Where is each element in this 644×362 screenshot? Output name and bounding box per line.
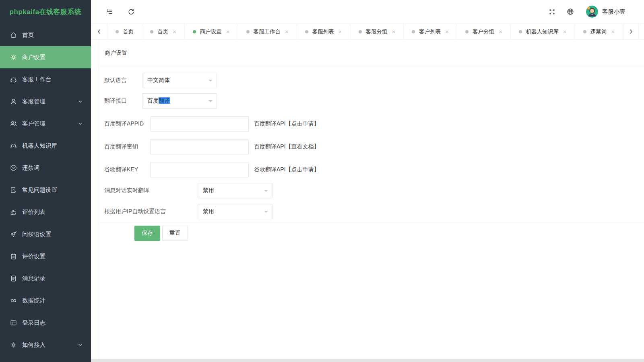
根据用户IP自动设置语言-select[interactable]: 禁用	[198, 204, 272, 219]
sidebar-collapse-icon[interactable]	[106, 8, 113, 15]
tab-close-icon[interactable]: ×	[611, 29, 615, 35]
tab-违禁词[interactable]: 违禁词×	[575, 24, 623, 39]
sidebar-item-label: 机器人知识库	[22, 142, 84, 150]
百度翻译密钥-input[interactable]	[150, 139, 249, 154]
tab-label: 机器人知识库	[526, 28, 559, 35]
sidebar: phpkaifa在线客服系统 首页商户设置客服工作台客服管理客户管理机器人知识库…	[0, 0, 91, 362]
tab-close-icon[interactable]: ×	[285, 29, 289, 35]
chevron-down-icon	[78, 121, 83, 126]
消息对话实时翻译-select[interactable]: 禁用	[198, 183, 272, 198]
tab-close-icon[interactable]: ×	[392, 29, 396, 35]
tab-status-dot	[305, 30, 308, 33]
page-title: 商户设置	[99, 40, 644, 65]
tab-首页[interactable]: 首页×	[142, 24, 185, 39]
fullscreen-icon[interactable]	[549, 8, 555, 15]
sidebar-item-违禁词[interactable]: 违禁词	[0, 157, 91, 179]
form-row: 消息对话实时翻译禁用	[104, 183, 644, 198]
svg-text:?: ?	[12, 188, 14, 191]
tab-客服列表[interactable]: 客服列表×	[297, 24, 351, 39]
tab-close-icon[interactable]: ×	[173, 29, 176, 35]
select-value: 百度翻译	[147, 97, 170, 105]
tabs-scroll-left-button[interactable]	[91, 24, 107, 39]
selected-text: 翻译	[159, 97, 170, 104]
caret-down-icon	[208, 100, 213, 104]
tab-status-dot	[412, 30, 415, 33]
api-link[interactable]: 谷歌翻译API【点击申请】	[254, 166, 320, 173]
sidebar-item-客户管理[interactable]: 客户管理	[0, 113, 91, 135]
tab-客户分组[interactable]: 客户分组×	[457, 24, 511, 39]
tab-status-dot	[583, 30, 586, 33]
settings-card: 商户设置 默认语言中文简体翻译接口百度翻译百度翻译APPID百度翻译API【点击…	[99, 40, 644, 362]
tab-status-dot	[116, 30, 119, 33]
horizontal-scrollbar[interactable]	[91, 359, 644, 362]
sidebar-item-登录日志[interactable]: 登录日志	[0, 312, 91, 334]
api-link[interactable]: 百度翻译API【点击申请】	[254, 120, 320, 128]
sidebar-item-如何接入[interactable]: 如何接入	[0, 334, 91, 356]
tabs-scroll-right-button[interactable]	[623, 24, 638, 39]
divider	[99, 222, 644, 222]
user-avatar[interactable]	[586, 6, 598, 18]
agent-avatar	[586, 6, 598, 18]
user-name[interactable]: 客服小壹	[602, 8, 625, 16]
field-label: 根据用户IP自动设置语言	[104, 208, 198, 215]
tab-客服分组[interactable]: 客服分组×	[351, 24, 404, 39]
sidebar-item-数据统计[interactable]: 数据统计	[0, 290, 91, 312]
topbar-right: 客服小壹	[549, 6, 625, 18]
caret-down-icon	[264, 211, 268, 215]
integration-icon	[10, 341, 17, 348]
reset-button[interactable]: 重置	[162, 226, 188, 241]
refresh-icon[interactable]	[128, 8, 134, 15]
谷歌翻译KEY-input[interactable]	[150, 162, 249, 177]
tab-label: 首页	[123, 28, 134, 35]
tab-status-dot	[150, 30, 153, 33]
caret-down-icon	[264, 190, 268, 194]
tab-首页[interactable]: 首页	[107, 24, 142, 39]
tab-close-icon[interactable]: ×	[339, 29, 342, 35]
form-row: 根据用户IP自动设置语言禁用	[104, 204, 644, 219]
sidebar-item-客服管理[interactable]: 客服管理	[0, 90, 91, 113]
sidebar-item-常见问题设置[interactable]: ?常见问题设置	[0, 179, 91, 201]
login-log-icon	[10, 319, 17, 326]
sidebar-item-评价列表[interactable]: 评价列表	[0, 201, 91, 223]
tab-status-dot	[359, 30, 362, 33]
百度翻译APPID-input[interactable]	[150, 116, 249, 132]
tab-label: 客服列表	[312, 28, 334, 35]
sidebar-item-首页[interactable]: 首页	[0, 24, 91, 46]
chevron-left-icon	[96, 29, 102, 35]
sidebar-item-label: 数据统计	[22, 297, 84, 304]
tabs-strip: 首页首页×商户设置×客服工作台×客服列表×客服分组×客户列表×客户分组×机器人知…	[107, 24, 623, 39]
merchant-settings-form: 默认语言中文简体翻译接口百度翻译百度翻译APPID百度翻译API【点击申请】百度…	[99, 73, 644, 219]
默认语言-select[interactable]: 中文简体	[142, 73, 217, 88]
sidebar-item-消息记录[interactable]: 消息记录	[0, 267, 91, 290]
tab-close-icon[interactable]: ×	[499, 29, 502, 35]
tab-close-icon[interactable]: ×	[445, 29, 449, 35]
chevron-down-icon	[78, 99, 83, 104]
sidebar-item-label: 商户设置	[22, 53, 84, 61]
globe-icon[interactable]	[567, 8, 574, 15]
tab-客服工作台[interactable]: 客服工作台×	[238, 24, 297, 39]
sidebar-item-机器人知识库[interactable]: 机器人知识库	[0, 135, 91, 157]
sidebar-item-问候语设置[interactable]: 问候语设置	[0, 223, 91, 245]
caret-down-icon	[208, 80, 213, 84]
tab-商户设置[interactable]: 商户设置×	[185, 24, 238, 39]
sidebar-item-客服工作台[interactable]: 客服工作台	[0, 68, 91, 90]
chevron-down-icon	[78, 342, 83, 348]
field-label: 翻译接口	[104, 97, 142, 105]
tab-close-icon[interactable]: ×	[563, 29, 567, 35]
翻译接口-select[interactable]: 百度翻译	[142, 93, 217, 109]
form-actions: 保存 重置	[134, 226, 644, 241]
tab-机器人知识库[interactable]: 机器人知识库×	[511, 24, 575, 39]
sidebar-item-商户设置[interactable]: 商户设置	[0, 46, 91, 68]
sad-face-icon	[10, 165, 17, 171]
tab-label: 客服分组	[366, 28, 388, 35]
sidebar-item-评价设置[interactable]: 评价设置	[0, 245, 91, 267]
api-link[interactable]: 百度翻译API【查看文档】	[254, 143, 320, 150]
form-row: 谷歌翻译KEY谷歌翻译API【点击申请】	[104, 162, 644, 177]
field-label: 百度翻译APPID	[104, 120, 150, 128]
tab-close-icon[interactable]: ×	[226, 29, 230, 35]
tab-客户列表[interactable]: 客户列表×	[404, 24, 457, 39]
tab-status-dot	[519, 30, 522, 33]
tabs-menu-button[interactable]	[638, 24, 644, 39]
save-button[interactable]: 保存	[134, 226, 160, 241]
sidebar-item-label: 评价设置	[22, 253, 84, 260]
